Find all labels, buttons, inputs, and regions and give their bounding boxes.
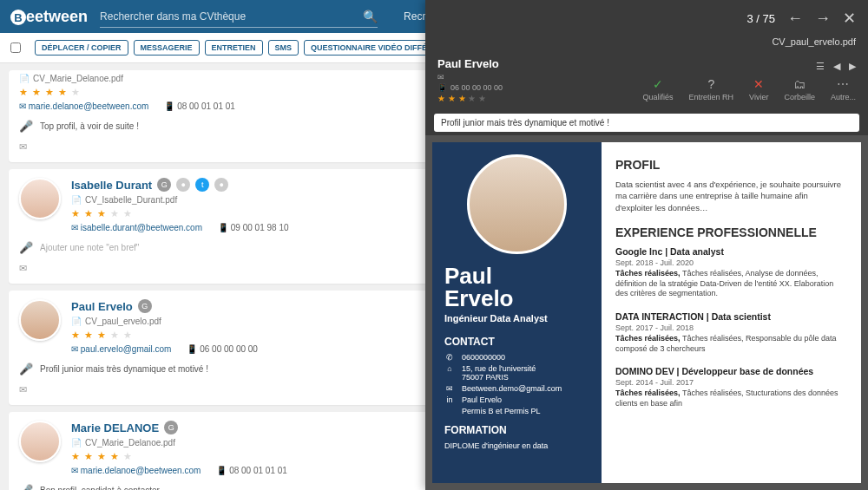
panel-stars: ★ ★ ★ ★ ★ xyxy=(437,94,503,103)
envelope-icon[interactable]: ✉ xyxy=(19,141,27,152)
google-icon[interactable]: G xyxy=(138,299,152,313)
action-more[interactable]: ⋯Autre... xyxy=(831,77,856,101)
counter: 3 / 75 xyxy=(746,12,775,25)
cv-viewer[interactable]: Paul Ervelo Ingénieur Data Analyst CONTA… xyxy=(425,135,868,490)
email-link[interactable]: ✉ marie.delanoe@beetween.com xyxy=(19,101,148,111)
select-all-checkbox[interactable] xyxy=(10,42,21,53)
action-qualified[interactable]: ✓Qualifiés xyxy=(643,77,674,101)
mic-icon[interactable]: 🎤 xyxy=(19,241,33,254)
google-icon[interactable]: G xyxy=(157,178,171,192)
candidate-name[interactable]: Isabelle Durant xyxy=(71,179,152,192)
avatar xyxy=(19,421,61,462)
prev-page-icon[interactable]: ◀ xyxy=(833,61,840,72)
envelope-icon[interactable]: ✉ xyxy=(19,263,27,273)
search-icon[interactable]: 🔍 xyxy=(363,10,378,23)
phone: 📱 08 00 01 01 01 xyxy=(164,101,235,111)
filename: CV_paul_ervelo.pdf xyxy=(437,36,856,47)
panel-candidate-name: Paul Ervelo xyxy=(437,57,503,70)
next-page-icon[interactable]: ▶ xyxy=(849,61,856,72)
mic-icon[interactable]: 🎤 xyxy=(19,120,33,133)
candidate-name[interactable]: Paul Ervelo xyxy=(71,300,133,313)
close-icon[interactable]: ✕ xyxy=(843,9,856,28)
chip-msg[interactable]: MESSAGERIE xyxy=(134,40,200,56)
email-link[interactable]: ✉ paul.ervelo@gmail.com xyxy=(71,344,171,354)
chip-sms[interactable]: SMS xyxy=(268,40,299,56)
detail-panel: 3 / 75 ← → ✕ CV_paul_ervelo.pdf Paul Erv… xyxy=(425,0,868,490)
mic-icon[interactable]: 🎤 xyxy=(19,484,33,490)
panel-note[interactable]: Profil junior mais très dynamique et mot… xyxy=(434,114,859,132)
envelope-icon[interactable]: ✉ xyxy=(19,384,27,395)
next-icon[interactable]: → xyxy=(815,10,831,28)
social-icon[interactable]: ● xyxy=(176,178,190,192)
cv-photo xyxy=(467,154,567,254)
search-box[interactable]: 🔍 xyxy=(100,6,378,28)
email-link[interactable]: ✉ isabelle.durant@beetween.com xyxy=(71,223,202,232)
action-interview[interactable]: ?Entretien RH xyxy=(689,77,734,101)
mic-icon[interactable]: 🎤 xyxy=(19,363,33,376)
email-link[interactable]: ✉ marie.delanoe@beetween.com xyxy=(71,466,201,475)
avatar xyxy=(19,299,61,341)
chip-move[interactable]: DÉPLACER / COPIER xyxy=(35,40,128,56)
candidate-name[interactable]: Marie DELANOE xyxy=(71,421,159,434)
cv-page: Paul Ervelo Ingénieur Data Analyst CONTA… xyxy=(432,142,861,483)
logo: Beetween xyxy=(10,8,88,26)
social-icon[interactable]: ● xyxy=(214,178,228,192)
action-trash[interactable]: 🗂Corbeille xyxy=(784,77,815,101)
list-view-icon[interactable]: ☰ xyxy=(816,61,825,72)
twitter-icon[interactable]: t xyxy=(195,178,209,192)
search-input[interactable] xyxy=(100,10,363,23)
avatar xyxy=(19,178,61,219)
chip-interview[interactable]: ENTRETIEN xyxy=(205,40,263,56)
prev-icon[interactable]: ← xyxy=(787,10,803,28)
google-icon[interactable]: G xyxy=(164,421,178,434)
action-pool[interactable]: ✕Vivier xyxy=(749,77,768,101)
chip-video[interactable]: QUESTIONNAIRE VIDÉO DIFFÉRÉ xyxy=(304,40,445,56)
